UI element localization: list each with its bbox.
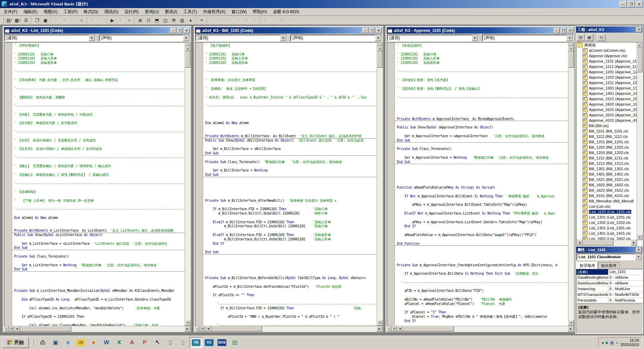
notebook-icon[interactable]: ▯ xyxy=(164,338,176,348)
scroll-track[interactable] xyxy=(377,68,382,320)
minimize-icon[interactable]: ‒ xyxy=(362,28,368,33)
code-window-titlebar[interactable]: aGsf_K3 - List_1101 (Code) ‒❐✕ xyxy=(4,27,190,34)
code-window-titlebar[interactable]: aGsf_K3 - Bill_1101 (Code) ‒❐✕ xyxy=(195,27,382,34)
minimize-icon[interactable]: ‒ xyxy=(170,28,176,33)
tree-item-approve_4101[interactable]: Approve_4101 (Approve_41 xyxy=(577,118,637,123)
property-name[interactable]: DataBindingBehav xyxy=(577,275,608,280)
scroll-right-icon[interactable]: ▶ xyxy=(631,240,637,245)
split-handle[interactable] xyxy=(568,43,574,46)
property-row[interactable]: Instancing5 - MultiUse xyxy=(577,286,642,292)
ultraedit-icon[interactable]: UE xyxy=(75,338,87,348)
tree-item-approve_1202[interactable]: Approve_1202 (Approve_12 xyxy=(577,75,637,80)
display-icon[interactable]: ▣ xyxy=(49,338,61,348)
chevron-down-icon[interactable]: ▾ xyxy=(19,19,20,22)
k3-icon[interactable]: K3 xyxy=(203,338,215,348)
scroll-right-icon[interactable]: ▶ xyxy=(376,326,382,332)
menu-item[interactable]: 文件(F) xyxy=(1,8,20,16)
start-button[interactable]: 开始 xyxy=(2,337,29,348)
menu-item[interactable]: 工程(P) xyxy=(60,8,81,16)
tree-item-bill_1211[interactable]: Bill_1211 (Bill_1211.cls xyxy=(577,155,637,161)
tree-item-approve_1401[interactable]: Approve_1401 (Approve_14 xyxy=(577,91,637,96)
align-left-button[interactable]: ◲ xyxy=(225,16,234,24)
full-module-view-icon[interactable]: ≣ xyxy=(392,326,397,332)
project-tree[interactable]: 类模块aComm (aComm.cls)Approve (Approve.cls… xyxy=(576,42,643,246)
property-name[interactable]: DataSourceBehavi xyxy=(577,281,608,286)
scroll-thumb[interactable] xyxy=(377,51,382,68)
volume-icon[interactable]: ♫ xyxy=(615,341,618,345)
tree-item-approve_1521[interactable]: Approve_1521 (Approve_15 xyxy=(577,96,637,102)
bos-icon[interactable]: BOS xyxy=(216,338,228,348)
horizontal-scrollbar[interactable]: ≡ ≣ ◀ ▶ xyxy=(4,326,190,332)
scroll-thumb[interactable] xyxy=(583,240,613,245)
cut-button[interactable]: ✂ xyxy=(52,16,61,24)
break-button[interactable]: ∥ xyxy=(117,16,125,24)
project-explorer-button[interactable]: ⊞ xyxy=(136,16,144,24)
property-row[interactable]: (名称)List_1101 xyxy=(577,269,642,275)
code-window-titlebar[interactable]: aGsf_K3 - Approve_1101 (Code) ‒❐✕ xyxy=(387,27,574,34)
tab-alphabetic[interactable]: 按字母序 xyxy=(577,262,598,269)
property-value[interactable]: List_1101 xyxy=(608,269,642,275)
procedure-view-icon[interactable]: ≡ xyxy=(387,326,392,332)
chevron-down-icon[interactable]: ▾ xyxy=(11,19,12,22)
procedure-view-icon[interactable]: ≡ xyxy=(4,326,9,332)
tree-item-approve_1301[interactable]: Approve_1301 (Approve_13 xyxy=(577,85,637,91)
data-view-window-button[interactable]: ▥ xyxy=(178,16,186,24)
open-project-button[interactable]: ❐ xyxy=(33,16,41,24)
full-module-view-icon[interactable]: ≣ xyxy=(9,326,14,332)
horizontal-scrollbar[interactable]: ≡ ≣ ◀ ▶ xyxy=(387,326,574,332)
tree-item-approve_1112[interactable]: Approve_1112 (Approve_11 xyxy=(577,64,637,69)
menu-item[interactable]: 编辑(E) xyxy=(20,8,41,16)
vertical-scrollbar[interactable]: ▲ ▼ xyxy=(185,43,190,326)
paste-button[interactable]: ▱ xyxy=(69,16,78,24)
procedure-combo[interactable]: (声明)▼ xyxy=(290,35,382,41)
tree-item-acomm[interactable]: aComm (aComm.cls) xyxy=(577,48,637,53)
scroll-up-icon[interactable]: ▲ xyxy=(568,46,574,51)
property-row[interactable]: MTSTransactionMo0 - NotAnMTSOb xyxy=(577,292,642,298)
tree-item-approve_1101[interactable]: Approve_1101 (Approve_11 xyxy=(577,59,637,64)
component-button[interactable]: ♦ xyxy=(186,16,195,24)
tree-item-list_1301[interactable]: List_1301 (List_1301.cls xyxy=(577,225,637,231)
tree-item-bill_1203[interactable]: Bill_1203 (Bill_1203.cls xyxy=(577,150,637,155)
scroll-track[interactable] xyxy=(568,68,574,320)
pointer-position-indicator[interactable]: ⌖ xyxy=(197,16,206,24)
chevron-down-icon[interactable]: ▼ xyxy=(375,35,381,41)
scroll-left-icon[interactable]: ◀ xyxy=(397,326,403,332)
tree-item-bill_1202[interactable]: Bill_1202 (Bill_1202.cls xyxy=(577,145,637,150)
tree-item-list_1401[interactable]: List_1401 (List_1401.cls xyxy=(577,231,637,236)
properties-window-button[interactable]: ☷ xyxy=(144,16,153,24)
server-icon[interactable]: ▤ xyxy=(229,338,241,348)
tree-item-bill_1212[interactable]: Bill_1212 (Bill_1212.cls xyxy=(577,161,637,166)
scroll-up-icon[interactable]: ▲ xyxy=(185,46,190,51)
chevron-down-icon[interactable]: ▼ xyxy=(635,254,642,260)
tree-item-bill_1401[interactable]: Bill_1401 (Bill_1401.cls xyxy=(577,171,637,177)
property-value[interactable]: 0 - NotAnMTSOb xyxy=(608,292,642,298)
view-object-button[interactable]: ▦ xyxy=(585,34,593,41)
scroll-thumb[interactable] xyxy=(568,51,574,68)
tree-item-approve_1602[interactable]: Approve_1602 (Approve_16 xyxy=(577,102,637,107)
code-text[interactable]: ' 【序时簿插件】' 210001101 采购订单' 210001102 采购入… xyxy=(12,43,185,326)
minimize-icon[interactable]: ‒ xyxy=(554,28,560,33)
chevron-down-icon[interactable]: ▼ xyxy=(566,35,573,41)
scroll-thumb[interactable] xyxy=(211,326,262,332)
tree-item-list_1201[interactable]: List_1201 (List_1201.cls xyxy=(577,215,637,220)
menu-item[interactable]: 运行(R) xyxy=(121,8,141,16)
object-combo[interactable]: (通用)▼ xyxy=(387,35,479,41)
tree-item-list_1202[interactable]: List_1202 (List_1202.cls xyxy=(577,220,637,225)
tree-item-bill_1521[interactable]: Bill_1521 (Bill_1521.cls xyxy=(577,177,637,182)
horizontal-scrollbar[interactable]: ◀ ▶ xyxy=(577,240,637,245)
code-editor[interactable]: ' 【客户端插件】' 210001101 采购订单' 210001102 采购入… xyxy=(195,42,382,326)
tree-item-bill_1602[interactable]: Bill_1602 (Bill_1602.cls xyxy=(577,182,637,188)
split-handle[interactable] xyxy=(185,43,190,46)
form-layout-window-button[interactable]: ⬒ xyxy=(153,16,161,24)
chevron-down-icon[interactable]: ▼ xyxy=(89,35,95,41)
scroll-right-icon[interactable]: ▶ xyxy=(568,326,574,332)
split-handle[interactable] xyxy=(377,43,382,46)
scroll-left-icon[interactable]: ◀ xyxy=(205,326,211,332)
vb-icon[interactable]: VB xyxy=(190,337,202,348)
close-icon[interactable]: ✕ xyxy=(636,247,642,253)
toggle-folders-button[interactable]: 🗀 xyxy=(597,34,605,41)
tree-item-bill_1101[interactable]: Bill_1101 (Bill_1101.cls xyxy=(577,128,637,134)
save-project-group-button[interactable]: ▣ xyxy=(41,16,50,24)
procedure-view-icon[interactable]: ≡ xyxy=(195,326,200,332)
tree-item-approve_3201[interactable]: Approve_3201 (Approve_32 xyxy=(577,112,637,118)
